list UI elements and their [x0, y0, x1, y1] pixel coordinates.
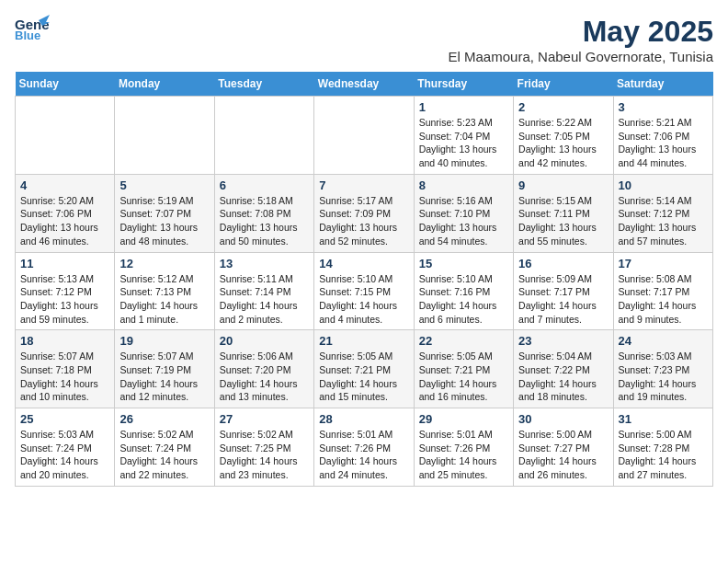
day-info: Sunrise: 5:16 AM Sunset: 7:10 PM Dayligh…: [419, 194, 508, 248]
day-info: Sunrise: 5:17 AM Sunset: 7:09 PM Dayligh…: [319, 194, 408, 248]
day-number: 22: [419, 334, 508, 348]
day-number: 8: [419, 178, 508, 192]
calendar-cell: 20Sunrise: 5:06 AM Sunset: 7:20 PM Dayli…: [214, 330, 313, 408]
day-info: Sunrise: 5:04 AM Sunset: 7:22 PM Dayligh…: [518, 350, 608, 404]
title-block: May 2025 El Maamoura, Nabeul Governorate…: [449, 15, 713, 64]
day-number: 12: [119, 257, 209, 270]
day-number: 27: [220, 412, 309, 426]
day-number: 20: [220, 334, 309, 348]
calendar-cell: 14Sunrise: 5:10 AM Sunset: 7:15 PM Dayli…: [314, 252, 414, 330]
header-sunday: Sunday: [16, 72, 115, 97]
calendar-week-row: 18Sunrise: 5:07 AM Sunset: 7:18 PM Dayli…: [16, 330, 713, 408]
calendar-cell: 24Sunrise: 5:03 AM Sunset: 7:23 PM Dayli…: [613, 330, 712, 408]
day-info: Sunrise: 5:10 AM Sunset: 7:16 PM Dayligh…: [419, 272, 508, 327]
calendar-cell: 2Sunrise: 5:22 AM Sunset: 7:05 PM Daylig…: [514, 97, 613, 175]
calendar-cell: 22Sunrise: 5:05 AM Sunset: 7:21 PM Dayli…: [414, 330, 513, 408]
day-info: Sunrise: 5:07 AM Sunset: 7:19 PM Dayligh…: [119, 350, 209, 404]
day-number: 19: [119, 334, 209, 348]
day-info: Sunrise: 5:20 AM Sunset: 7:06 PM Dayligh…: [20, 194, 109, 248]
logo: General Blue: [15, 15, 50, 40]
day-info: Sunrise: 5:02 AM Sunset: 7:24 PM Dayligh…: [119, 428, 209, 482]
day-number: 7: [319, 178, 408, 192]
calendar-cell: 18Sunrise: 5:07 AM Sunset: 7:18 PM Dayli…: [16, 330, 115, 408]
calendar-cell: [214, 97, 313, 175]
calendar-cell: 12Sunrise: 5:12 AM Sunset: 7:13 PM Dayli…: [115, 252, 214, 330]
day-info: Sunrise: 5:22 AM Sunset: 7:05 PM Dayligh…: [518, 116, 608, 170]
day-number: 13: [220, 257, 309, 270]
calendar-cell: 11Sunrise: 5:13 AM Sunset: 7:12 PM Dayli…: [16, 252, 115, 330]
day-number: 6: [220, 178, 309, 192]
day-info: Sunrise: 5:11 AM Sunset: 7:14 PM Dayligh…: [220, 272, 309, 327]
day-number: 3: [619, 100, 708, 114]
day-info: Sunrise: 5:01 AM Sunset: 7:26 PM Dayligh…: [419, 428, 508, 482]
day-info: Sunrise: 5:00 AM Sunset: 7:27 PM Dayligh…: [518, 428, 608, 482]
calendar-cell: 23Sunrise: 5:04 AM Sunset: 7:22 PM Dayli…: [514, 330, 613, 408]
page-header: General Blue May 2025 El Maamoura, Nabeu…: [15, 15, 713, 64]
calendar-cell: 3Sunrise: 5:21 AM Sunset: 7:06 PM Daylig…: [613, 97, 712, 175]
day-number: 31: [619, 412, 708, 426]
calendar-cell: 5Sunrise: 5:19 AM Sunset: 7:07 PM Daylig…: [115, 174, 214, 252]
calendar-cell: [115, 97, 214, 175]
calendar-cell: 8Sunrise: 5:16 AM Sunset: 7:10 PM Daylig…: [414, 174, 513, 252]
svg-text:Blue: Blue: [15, 29, 40, 40]
calendar-cell: 15Sunrise: 5:10 AM Sunset: 7:16 PM Dayli…: [414, 252, 513, 330]
day-number: 2: [518, 100, 608, 114]
calendar-cell: 21Sunrise: 5:05 AM Sunset: 7:21 PM Dayli…: [314, 330, 414, 408]
header-monday: Monday: [115, 72, 214, 97]
day-number: 1: [419, 100, 508, 114]
day-info: Sunrise: 5:18 AM Sunset: 7:08 PM Dayligh…: [220, 194, 309, 248]
day-info: Sunrise: 5:14 AM Sunset: 7:12 PM Dayligh…: [619, 194, 708, 248]
day-info: Sunrise: 5:06 AM Sunset: 7:20 PM Dayligh…: [220, 350, 309, 404]
day-info: Sunrise: 5:05 AM Sunset: 7:21 PM Dayligh…: [319, 350, 408, 404]
header-wednesday: Wednesday: [314, 72, 414, 97]
day-info: Sunrise: 5:00 AM Sunset: 7:28 PM Dayligh…: [619, 428, 708, 482]
calendar-cell: 16Sunrise: 5:09 AM Sunset: 7:17 PM Dayli…: [514, 252, 613, 330]
calendar-cell: 29Sunrise: 5:01 AM Sunset: 7:26 PM Dayli…: [414, 408, 513, 487]
day-info: Sunrise: 5:07 AM Sunset: 7:18 PM Dayligh…: [20, 350, 109, 404]
day-number: 10: [619, 178, 708, 192]
header-friday: Friday: [514, 72, 613, 97]
day-info: Sunrise: 5:09 AM Sunset: 7:17 PM Dayligh…: [518, 272, 608, 327]
day-info: Sunrise: 5:03 AM Sunset: 7:24 PM Dayligh…: [20, 428, 109, 482]
calendar-cell: 13Sunrise: 5:11 AM Sunset: 7:14 PM Dayli…: [214, 252, 313, 330]
calendar-cell: 10Sunrise: 5:14 AM Sunset: 7:12 PM Dayli…: [613, 174, 712, 252]
calendar-cell: 17Sunrise: 5:08 AM Sunset: 7:17 PM Dayli…: [613, 252, 712, 330]
day-info: Sunrise: 5:01 AM Sunset: 7:26 PM Dayligh…: [319, 428, 408, 482]
day-number: 24: [619, 334, 708, 348]
day-number: 29: [419, 412, 508, 426]
day-number: 5: [119, 178, 209, 192]
page-title: May 2025: [449, 15, 713, 49]
day-info: Sunrise: 5:12 AM Sunset: 7:13 PM Dayligh…: [119, 272, 209, 327]
calendar-cell: 9Sunrise: 5:15 AM Sunset: 7:11 PM Daylig…: [514, 174, 613, 252]
day-number: 21: [319, 334, 408, 348]
day-info: Sunrise: 5:08 AM Sunset: 7:17 PM Dayligh…: [619, 272, 708, 327]
day-number: 26: [119, 412, 209, 426]
day-number: 9: [518, 178, 608, 192]
day-number: 25: [20, 412, 109, 426]
calendar-cell: 27Sunrise: 5:02 AM Sunset: 7:25 PM Dayli…: [214, 408, 313, 487]
calendar-cell: 4Sunrise: 5:20 AM Sunset: 7:06 PM Daylig…: [16, 174, 115, 252]
calendar-cell: 31Sunrise: 5:00 AM Sunset: 7:28 PM Dayli…: [613, 408, 712, 487]
day-number: 18: [20, 334, 109, 348]
day-number: 11: [20, 257, 109, 270]
day-number: 14: [319, 257, 408, 270]
header-tuesday: Tuesday: [214, 72, 313, 97]
day-number: 28: [319, 412, 408, 426]
day-info: Sunrise: 5:05 AM Sunset: 7:21 PM Dayligh…: [419, 350, 508, 404]
day-number: 16: [518, 257, 608, 270]
calendar-cell: 26Sunrise: 5:02 AM Sunset: 7:24 PM Dayli…: [115, 408, 214, 487]
calendar-header-row: SundayMondayTuesdayWednesdayThursdayFrid…: [16, 72, 713, 97]
calendar-cell: 6Sunrise: 5:18 AM Sunset: 7:08 PM Daylig…: [214, 174, 313, 252]
day-info: Sunrise: 5:21 AM Sunset: 7:06 PM Dayligh…: [619, 116, 708, 170]
calendar-cell: 30Sunrise: 5:00 AM Sunset: 7:27 PM Dayli…: [514, 408, 613, 487]
calendar-cell: 19Sunrise: 5:07 AM Sunset: 7:19 PM Dayli…: [115, 330, 214, 408]
day-info: Sunrise: 5:10 AM Sunset: 7:15 PM Dayligh…: [319, 272, 408, 327]
day-number: 30: [518, 412, 608, 426]
calendar-week-row: 11Sunrise: 5:13 AM Sunset: 7:12 PM Dayli…: [16, 252, 713, 330]
calendar-cell: 7Sunrise: 5:17 AM Sunset: 7:09 PM Daylig…: [314, 174, 414, 252]
day-info: Sunrise: 5:15 AM Sunset: 7:11 PM Dayligh…: [518, 194, 608, 248]
calendar-week-row: 1Sunrise: 5:23 AM Sunset: 7:04 PM Daylig…: [16, 97, 713, 175]
header-saturday: Saturday: [613, 72, 712, 97]
calendar-cell: 25Sunrise: 5:03 AM Sunset: 7:24 PM Dayli…: [16, 408, 115, 487]
day-info: Sunrise: 5:13 AM Sunset: 7:12 PM Dayligh…: [20, 272, 109, 327]
